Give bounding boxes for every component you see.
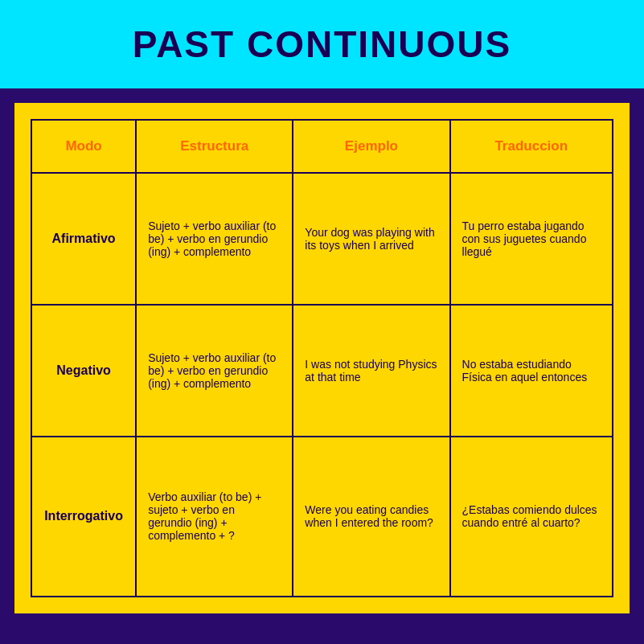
modo-cell: Interrogativo — [31, 437, 136, 597]
traduccion-cell: No estaba estudiando Física en aquel ent… — [450, 305, 613, 437]
traduccion-cell: ¿Estabas comiendo dulces cuando entré al… — [450, 437, 613, 597]
table-row: NegativoSujeto + verbo auxiliar (to be) … — [31, 305, 613, 437]
grammar-table: Modo Estructura Ejemplo Traduccion Afirm… — [31, 119, 613, 597]
modo-cell: Negativo — [31, 305, 136, 437]
ejemplo-cell: Your dog was playing with its toys when … — [293, 173, 449, 305]
page-title: PAST CONTINUOUS — [16, 23, 628, 66]
traduccion-cell: Tu perro estaba jugando con sus juguetes… — [450, 173, 613, 305]
col-header-estructura: Estructura — [136, 120, 293, 173]
ejemplo-cell: I was not studying Physics at that time — [293, 305, 449, 437]
col-header-modo: Modo — [31, 120, 136, 173]
estructura-cell: Verbo auxiliar (to be) + sujeto + verbo … — [136, 437, 293, 597]
modo-cell: Afirmativo — [31, 173, 136, 305]
ejemplo-cell: Were you eating candies when I entered t… — [293, 437, 449, 597]
main-content: Modo Estructura Ejemplo Traduccion Afirm… — [14, 103, 630, 613]
estructura-cell: Sujeto + verbo auxiliar (to be) + verbo … — [136, 173, 293, 305]
header-row: Modo Estructura Ejemplo Traduccion — [31, 120, 613, 173]
col-header-traduccion: Traduccion — [450, 120, 613, 173]
estructura-cell: Sujeto + verbo auxiliar (to be) + verbo … — [136, 305, 293, 437]
col-header-ejemplo: Ejemplo — [293, 120, 449, 173]
table-row: AfirmativoSujeto + verbo auxiliar (to be… — [31, 173, 613, 305]
header-bar: PAST CONTINUOUS — [0, 0, 644, 88]
table-row: InterrogativoVerbo auxiliar (to be) + su… — [31, 437, 613, 597]
